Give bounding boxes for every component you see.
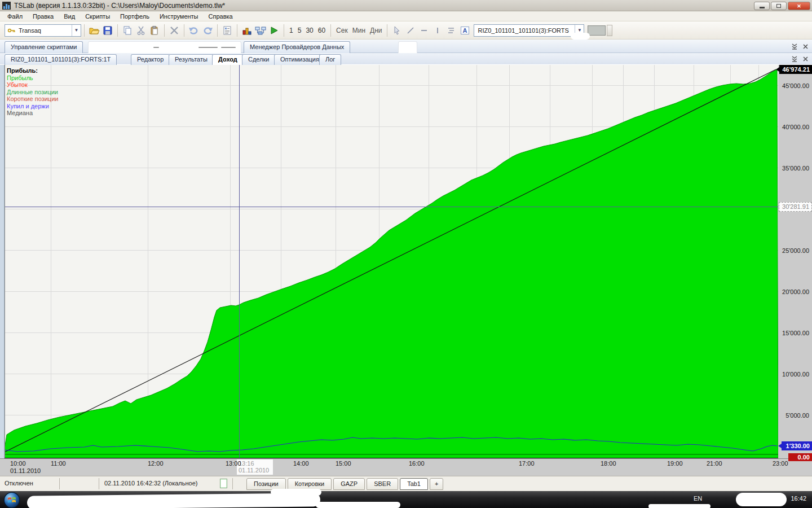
add-workspace-tab[interactable]: + (430, 478, 443, 490)
start-button[interactable] (3, 492, 20, 508)
profit-chart[interactable] (5, 65, 778, 458)
language-indicator[interactable]: EN (694, 495, 702, 502)
status-datetime: 02.11.2010 16:42:32 (Локальное) (104, 480, 197, 487)
close-button[interactable]: ✕ (788, 2, 810, 10)
copy-button[interactable] (121, 24, 134, 37)
pointer-tool-button[interactable] (390, 24, 404, 37)
delete-button[interactable] (167, 24, 181, 37)
tab-editor[interactable]: Редактор (131, 54, 170, 65)
censored-area (736, 493, 787, 506)
crosshair-time: 13:16 (239, 460, 271, 467)
connection-status: Отключен (5, 480, 33, 487)
vline-tool-button[interactable] (431, 24, 444, 37)
title-bar: TSLab (версия 1.1.13.0:32bit) - C:\Users… (0, 0, 812, 11)
restore-button[interactable] (771, 2, 787, 10)
value-axis[interactable]: 45'000.0040'000.0035'000.0025'000.0020'0… (778, 65, 812, 458)
tf-days[interactable]: Дни (368, 27, 384, 34)
censored-tab[interactable] (88, 41, 241, 53)
crosshair-time-label: 13:16 01.11.2010 (237, 459, 273, 475)
instrument-combo[interactable]: RIZ0_101101_101101(3):FORTS ▼ (474, 24, 584, 37)
taskbar-clock[interactable]: 16:42 (791, 495, 806, 502)
menu-edit[interactable]: Правка (28, 12, 59, 21)
tf-sec[interactable]: Сек (334, 27, 350, 34)
run-button[interactable] (267, 24, 281, 37)
menu-view[interactable]: Вид (59, 12, 80, 21)
menu-portfolio[interactable]: Портфель (115, 12, 155, 21)
crosshair-value-marker: 30'281.91 (779, 202, 812, 212)
tf-min[interactable]: Мин (350, 27, 368, 34)
menu-tools[interactable]: Инструменты (155, 12, 204, 21)
script-button[interactable] (254, 24, 267, 37)
tab-positions[interactable]: Позиции (246, 478, 286, 490)
tab-instrument[interactable]: RIZ0_101101_101101(3):FORTS:1T (5, 54, 117, 65)
connection-dropdown-arrow[interactable]: ▼ (72, 25, 81, 36)
tf-60[interactable]: 60 (316, 27, 328, 34)
pin-panel-icon[interactable] (791, 43, 798, 50)
legend-item-long: Длинные позиции (7, 89, 58, 96)
redo-icon (202, 25, 213, 36)
tab-quotes[interactable]: Котировки (288, 478, 332, 490)
tab-script-management[interactable]: Управление скриптами (5, 41, 83, 53)
legend-item-median: Медиана (7, 110, 58, 117)
y-tick-label: 45'000.00 (782, 82, 809, 89)
tab-tab1[interactable]: Tab1 (400, 478, 428, 490)
censored-area (571, 33, 590, 40)
censored-tab[interactable] (398, 41, 417, 53)
tab-results[interactable]: Результаты (169, 54, 214, 65)
pin-panel-icon[interactable] (791, 55, 798, 62)
copy-icon (122, 25, 133, 36)
censored-area (316, 502, 400, 508)
close-panel-icon[interactable] (802, 43, 809, 50)
tab-data-providers[interactable]: Менеджер Провайдеров Данных (244, 41, 350, 53)
hline-tool-button[interactable] (417, 24, 431, 37)
tab-log[interactable]: Лог (319, 54, 341, 65)
notebook-icon[interactable] (220, 479, 227, 488)
x-tick-label: 10:0001.11.2010 (10, 460, 41, 474)
more-button[interactable] (607, 25, 612, 36)
censored-area (271, 489, 321, 496)
tab-optimization[interactable]: Оптимизация (274, 54, 325, 65)
color-swatch-button[interactable] (588, 25, 606, 36)
instrument-value: RIZ0_101101_101101(3):FORTS (474, 27, 575, 34)
tf-1[interactable]: 1 (287, 27, 295, 34)
save-button[interactable] (101, 24, 114, 37)
censored-mark (198, 47, 218, 48)
trendline-tool-button[interactable] (404, 24, 417, 37)
censored-mark (221, 47, 236, 48)
menu-help[interactable]: Справка (204, 12, 238, 21)
open-button[interactable] (87, 24, 101, 37)
tab-sber[interactable]: SBER (367, 478, 398, 490)
properties-button[interactable] (220, 24, 234, 37)
x-tick-label: 21:00 (707, 460, 722, 467)
chart-button[interactable] (240, 24, 254, 37)
tf-5[interactable]: 5 (295, 27, 304, 34)
properties-icon (223, 25, 232, 36)
menu-scripts[interactable]: Скрипты (80, 12, 115, 21)
time-axis[interactable]: 13:16 01.11.2010 10:0001.11.201011:0012:… (0, 458, 812, 476)
menu-file[interactable]: Файл (2, 12, 28, 21)
document-tab-strip: RIZ0_101101_101101(3):FORTS:1T Редактор … (0, 53, 812, 65)
tab-trades[interactable]: Сделки (242, 54, 276, 65)
levels-tool-button[interactable] (444, 24, 458, 37)
x-tick-label: 13:00 (226, 460, 241, 467)
legend-item-buyhold: Купил и держи (7, 103, 58, 110)
paste-button[interactable] (148, 24, 161, 37)
last-profit-marker: 46'974.21 (779, 65, 812, 74)
legend-item-profit: Прибыль (7, 75, 58, 82)
tab-gazp[interactable]: GAZP (333, 478, 365, 490)
tf-30[interactable]: 30 (303, 27, 315, 34)
y-tick-label: 5'000.00 (785, 412, 809, 419)
text-tool-button[interactable]: A (458, 24, 471, 37)
cut-icon (136, 25, 146, 36)
menu-bar: Файл Правка Вид Скрипты Портфель Инструм… (0, 11, 812, 21)
redo-button[interactable] (201, 24, 214, 37)
connection-combo[interactable]: Transaq ▼ (5, 24, 81, 37)
close-panel-icon[interactable] (802, 56, 809, 62)
chart-icon (242, 25, 252, 36)
undo-button[interactable] (187, 24, 201, 37)
cut-button[interactable] (134, 24, 148, 37)
tab-income[interactable]: Доход (212, 54, 244, 65)
line-icon (406, 26, 415, 35)
x-tick-label: 17:00 (519, 460, 535, 467)
minimize-button[interactable] (754, 2, 770, 10)
